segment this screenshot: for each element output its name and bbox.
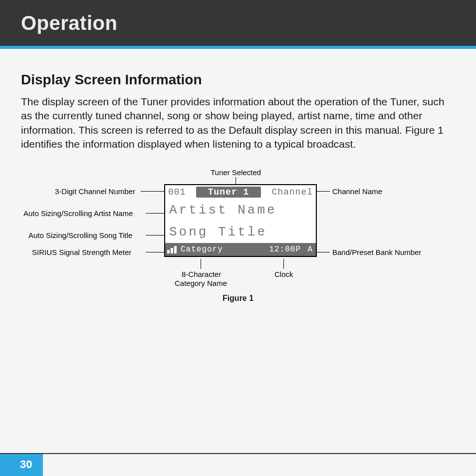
lcd-song: Song Title — [165, 221, 316, 243]
page-number: 30 — [0, 454, 43, 476]
lcd-category: Category — [179, 245, 258, 254]
connector-line — [317, 191, 330, 192]
callout-tuner-selected: Tuner Selected — [211, 168, 261, 177]
connector-line — [283, 259, 284, 269]
banner-title: Operation — [21, 12, 117, 34]
callout-artist-name: Auto Sizing/Scrolling Artist Name — [23, 209, 133, 218]
content-area: Display Screen Information The display s… — [0, 49, 476, 333]
callout-category-line1: 8-Character — [182, 270, 221, 278]
section-heading: Display Screen Information — [21, 72, 455, 88]
lcd-bank: A — [303, 245, 316, 254]
lcd-channel-number: 001 — [165, 187, 195, 197]
lcd-clock: 12:00P — [258, 245, 303, 254]
connector-line — [146, 213, 164, 214]
callout-band-preset: Band/Preset Bank Number — [332, 248, 421, 256]
connector-line — [317, 252, 330, 252]
connector-line — [146, 252, 164, 252]
signal-bars-icon — [165, 246, 179, 253]
callout-clock: Clock — [274, 270, 293, 278]
callout-category-line2: Category Name — [175, 279, 227, 287]
lcd-tuner-selected: Tuner 1 — [196, 187, 261, 198]
lcd-channel-name: Channel — [262, 187, 316, 197]
callout-song-title: Auto Sizing/Scrolling Song Title — [28, 231, 132, 239]
section-intro: The display screen of the Tuner provides… — [21, 95, 455, 151]
connector-line — [141, 191, 164, 192]
figure-1: Tuner Selected 3-Digit Channel Number Au… — [21, 168, 455, 333]
page-banner: Operation — [0, 0, 476, 46]
lcd-artist: Artist Name — [165, 199, 316, 221]
callout-channel-name: Channel Name — [332, 187, 382, 196]
page-footer: 30 — [0, 453, 476, 476]
connector-line — [236, 177, 236, 184]
footer-rule — [0, 453, 476, 454]
lcd-bottom-row: Category 12:00P A — [165, 243, 316, 256]
lcd-top-row: 001 Tuner 1 Channel — [165, 185, 316, 199]
callout-signal-meter: SIRIUS Signal Strength Meter — [32, 248, 131, 256]
lcd-screen: 001 Tuner 1 Channel Artist Name Song Tit… — [164, 184, 317, 257]
callout-channel-number: 3-Digit Channel Number — [55, 187, 135, 196]
connector-line — [201, 259, 201, 269]
figure-caption: Figure 1 — [21, 294, 455, 303]
connector-line — [146, 235, 164, 236]
